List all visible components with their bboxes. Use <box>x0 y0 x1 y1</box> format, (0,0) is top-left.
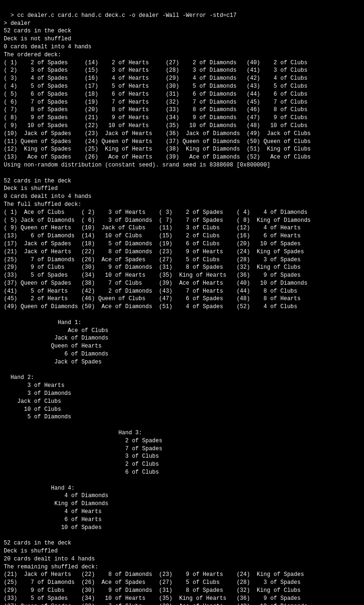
terminal-output: > cc dealer.c card.c hand.c deck.c -o de… <box>4 4 360 605</box>
terminal-text: > cc dealer.c card.c hand.c deck.c -o de… <box>4 12 311 605</box>
